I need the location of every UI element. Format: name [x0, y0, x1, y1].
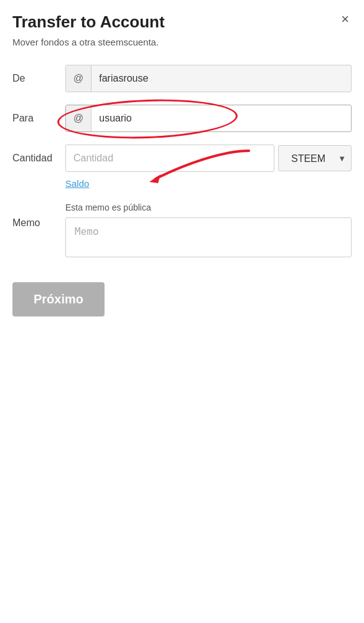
para-row-wrapper: Para @ — [12, 105, 352, 132]
close-button[interactable]: × — [338, 12, 352, 26]
de-at-symbol: @ — [66, 65, 91, 92]
de-row: De @ — [12, 65, 352, 92]
para-input-wrapper: @ — [65, 105, 352, 132]
dialog-header: Transfer to Account × — [12, 12, 352, 32]
steem-select-wrapper[interactable]: STEEM SBD ▼ — [278, 145, 352, 171]
memo-input[interactable] — [65, 217, 352, 257]
para-label: Para — [12, 113, 65, 124]
steem-select[interactable]: STEEM SBD — [285, 145, 345, 171]
memo-label: Memo — [12, 217, 65, 229]
memo-section: Esta memo es pública Memo — [12, 202, 352, 257]
cantidad-input-wrapper — [65, 145, 274, 172]
para-input[interactable] — [91, 105, 351, 131]
memo-row: Memo — [12, 217, 352, 257]
de-label: De — [12, 73, 65, 84]
para-row: Para @ — [12, 105, 352, 132]
next-button[interactable]: Próximo — [12, 282, 105, 316]
cantidad-row: Cantidad STEEM SBD ▼ — [12, 145, 352, 172]
memo-public-text: Esta memo es pública — [65, 202, 352, 212]
para-at-symbol: @ — [66, 105, 91, 131]
saldo-link[interactable]: Saldo — [65, 178, 352, 189]
transfer-dialog: Transfer to Account × Mover fondos a otr… — [0, 0, 364, 623]
cantidad-label: Cantidad — [12, 153, 65, 164]
dialog-subtitle: Mover fondos a otra steemscuenta. — [12, 37, 352, 47]
cantidad-section: Cantidad STEEM SBD ▼ — [12, 145, 352, 172]
dialog-title: Transfer to Account — [12, 12, 165, 32]
de-input[interactable] — [91, 65, 351, 92]
de-input-wrapper: @ — [65, 65, 352, 92]
cantidad-input[interactable] — [66, 145, 274, 171]
